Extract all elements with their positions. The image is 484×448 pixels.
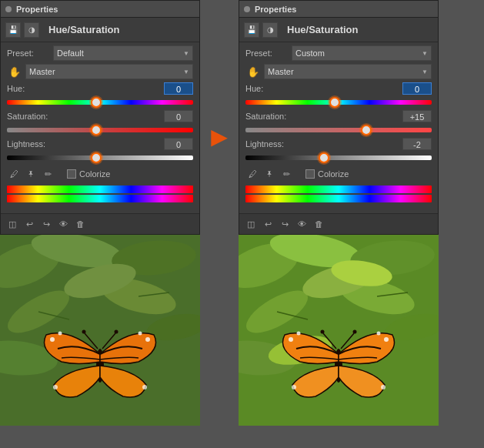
left-lightness-track[interactable] [7, 155, 193, 160]
left-colorize-row: 🖊 🖈 ✏ Colorize [7, 167, 193, 181]
right-panel-body: Preset: Custom ▼ ✋ Master ▼ [239, 42, 438, 213]
right-colorize-row: 🖊 🖈 ✏ Colorize [245, 167, 432, 181]
svg-point-37 [297, 332, 301, 336]
left-mask-icon[interactable]: ◑ [24, 22, 39, 38]
right-image [239, 235, 439, 426]
svg-point-36 [289, 337, 293, 342]
left-saturation-thumb[interactable] [91, 125, 102, 135]
right-saturation-section: Saturation: +15 [245, 110, 432, 136]
right-hue-section: Hue: 0 [245, 82, 432, 109]
left-colorize-label: Colorize [79, 169, 110, 179]
left-saturation-track-container [7, 124, 193, 136]
left-tool-icons: 🖊 🖈 ✏ [7, 167, 55, 181]
right-channel-dropdown[interactable]: Master ▼ [264, 64, 432, 79]
right-channel-arrow: ▼ [422, 69, 428, 75]
right-saturation-value[interactable]: +15 [402, 110, 432, 122]
left-lightness-header: Lightness: 0 [7, 138, 193, 150]
left-channel-row: ✋ Master ▼ [7, 64, 193, 79]
right-eyedropper-icon[interactable]: 🖊 [245, 167, 259, 181]
right-lightness-track-container [245, 152, 432, 164]
right-colorize-checkbox-row: Colorize [305, 169, 349, 179]
right-hue-header: Hue: 0 [245, 82, 432, 95]
right-eyedropper-minus-icon[interactable]: ✏ [279, 167, 293, 181]
left-hue-section: Hue: 0 [7, 82, 193, 109]
svg-point-21 [115, 330, 118, 334]
left-visibility-icon[interactable]: 👁 [56, 217, 70, 231]
svg-point-43 [321, 330, 325, 334]
right-visibility-icon[interactable]: 👁 [295, 217, 309, 231]
right-hue-value[interactable]: 0 [402, 82, 432, 95]
left-panel-close[interactable] [5, 6, 12, 12]
left-preset-label: Preset: [7, 48, 53, 58]
left-previous-icon[interactable]: ↩ [22, 217, 36, 231]
right-previous-icon[interactable]: ↩ [261, 217, 275, 231]
right-preset-dropdown[interactable]: Custom ▼ [292, 45, 432, 61]
right-lightness-track[interactable] [245, 155, 432, 160]
left-eyedropper-minus-icon[interactable]: ✏ [41, 167, 55, 181]
left-bottom-toolbar: ◫ ↩ ↪ 👁 🗑 [1, 213, 199, 234]
left-lightness-thumb[interactable] [91, 152, 102, 163]
left-channel-dropdown[interactable]: Master ▼ [25, 64, 193, 79]
left-image [0, 235, 200, 426]
right-panel-header: Hue/Saturation [281, 21, 364, 38]
left-lightness-track-container [7, 152, 193, 164]
right-block: Properties 💾 ◑ Hue/Saturation Preset: Cu… [239, 0, 439, 426]
left-saturation-label: Saturation: [7, 112, 48, 121]
right-bottom-icons: ◫ ↩ ↪ 👁 🗑 [244, 217, 325, 231]
svg-point-45 [353, 330, 357, 334]
left-lightness-value[interactable]: 0 [164, 138, 193, 150]
right-saturation-thumb[interactable] [361, 125, 372, 135]
right-next-icon[interactable]: ↪ [278, 217, 292, 231]
left-clip-icon[interactable]: ◫ [5, 217, 19, 231]
right-colorize-checkbox[interactable] [305, 169, 315, 179]
right-panel-icons-bar: 💾 ◑ Hue/Saturation [239, 18, 438, 42]
right-save-icon[interactable]: 💾 [244, 22, 259, 38]
right-lightness-thumb[interactable] [319, 152, 329, 163]
left-hue-track-container [7, 96, 193, 109]
svg-point-38 [384, 337, 389, 342]
left-preset-dropdown[interactable]: Default ▼ [53, 45, 193, 61]
right-panel-title: Properties [255, 5, 296, 14]
right-preset-arrow: ▼ [422, 50, 428, 57]
left-saturation-section: Saturation: 0 [7, 110, 193, 136]
left-trash-icon[interactable]: 🗑 [73, 217, 87, 231]
right-spectrum-bar-top [245, 186, 432, 193]
right-mask-icon[interactable]: ◑ [262, 22, 278, 38]
left-saturation-value[interactable]: 0 [164, 110, 193, 122]
left-eyedropper-plus-icon[interactable]: 🖈 [24, 167, 38, 181]
right-lightness-section: Lightness: -2 [245, 138, 432, 164]
right-hue-track[interactable] [245, 100, 432, 105]
right-saturation-track[interactable] [245, 128, 432, 132]
right-panel-close[interactable] [244, 6, 250, 12]
left-hand-tool[interactable]: ✋ [7, 64, 22, 79]
right-trash-icon[interactable]: 🗑 [312, 217, 325, 231]
left-save-icon[interactable]: 💾 [5, 22, 21, 38]
left-bottom-icons: ◫ ↩ ↪ 👁 🗑 [5, 217, 87, 231]
right-channel-value: Master [268, 67, 294, 76]
left-colorize-checkbox[interactable] [67, 169, 76, 179]
left-panel: Properties 💾 ◑ Hue/Saturation Preset: De… [0, 0, 200, 235]
right-hand-tool[interactable]: ✋ [245, 64, 261, 79]
svg-point-13 [58, 332, 62, 336]
right-preset-label: Preset: [245, 48, 292, 58]
right-spectrum-bar-bottom [245, 195, 432, 202]
right-eyedropper-plus-icon[interactable]: 🖈 [262, 167, 276, 181]
right-lightness-value[interactable]: -2 [402, 138, 432, 150]
right-hue-label: Hue: [245, 84, 263, 93]
left-hue-value[interactable]: 0 [164, 82, 193, 95]
left-hue-track[interactable] [7, 100, 193, 105]
right-channel-row: ✋ Master ▼ [245, 64, 432, 79]
left-block: Properties 💾 ◑ Hue/Saturation Preset: De… [0, 0, 200, 426]
right-colorize-label: Colorize [318, 169, 349, 179]
right-hue-thumb[interactable] [329, 97, 340, 108]
right-clip-icon[interactable]: ◫ [244, 217, 258, 231]
right-panel-titlebar: Properties [239, 1, 438, 18]
main-container: Properties 💾 ◑ Hue/Saturation Preset: De… [0, 0, 484, 448]
right-tool-icons: 🖊 🖈 ✏ [245, 167, 293, 181]
left-eyedropper-icon[interactable]: 🖊 [7, 167, 21, 181]
left-saturation-track[interactable] [7, 128, 193, 132]
left-hue-thumb[interactable] [91, 97, 102, 108]
right-saturation-track-container [245, 124, 432, 136]
left-next-icon[interactable]: ↪ [39, 217, 53, 231]
right-preset-row: Preset: Custom ▼ [245, 45, 432, 61]
